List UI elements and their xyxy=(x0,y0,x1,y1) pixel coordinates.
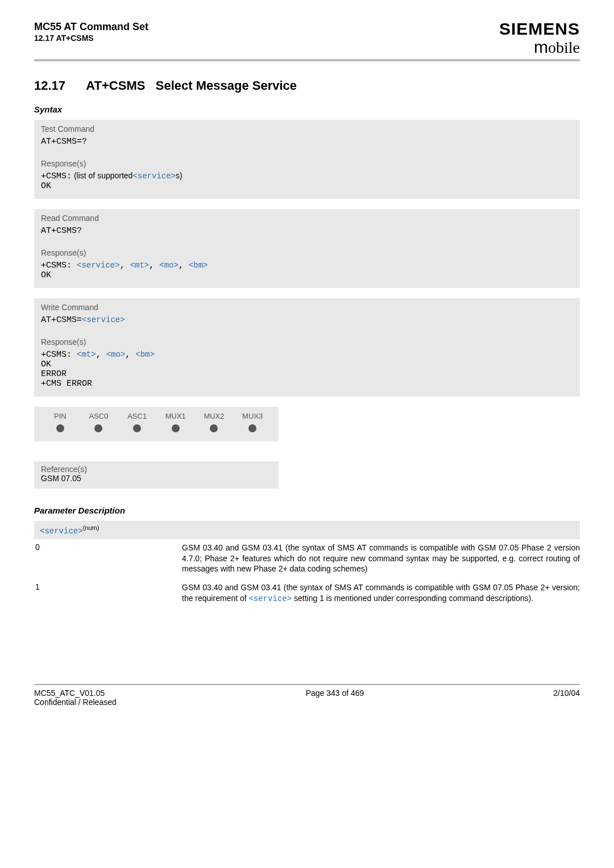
dot-icon xyxy=(56,424,64,432)
comma: , xyxy=(120,261,130,270)
param-mo-link[interactable]: <mo> xyxy=(106,350,126,359)
write-response-head: Response(s) xyxy=(34,333,580,348)
col-mux2: MUX2 xyxy=(195,411,234,424)
param-value: 1 xyxy=(34,582,182,604)
page-header: MC55 AT Command Set 12.17 AT+CSMS SIEMEN… xyxy=(34,20,580,61)
param-mt-link[interactable]: <mt> xyxy=(130,261,150,270)
error-line: ERROR xyxy=(41,369,573,379)
test-cmd: AT+CSMS=? xyxy=(41,137,87,147)
footer-confidentiality: Confidential / Released xyxy=(34,698,117,707)
header-left: MC55 AT Command Set 12.17 AT+CSMS xyxy=(34,20,148,43)
channel-header-row: PIN ASC0 ASC1 MUX1 MUX2 MUX3 xyxy=(41,411,272,424)
read-command-block: AT+CSMS? xyxy=(34,224,580,244)
ok-line: OK xyxy=(41,270,573,280)
resp-prefix: +CSMS: xyxy=(41,261,77,270)
dot-icon xyxy=(94,424,102,432)
comma: , xyxy=(125,350,135,360)
test-response-block: +CSMS: (list of supported<service>s) OK xyxy=(34,169,580,199)
footer-doc-id: MC55_ATC_V01.05 xyxy=(34,688,117,698)
resp-prefix: +CSMS: xyxy=(41,350,77,360)
write-response-block: +CSMS: <mt>, <mo>, <bm> OK ERROR +CMS ER… xyxy=(34,348,580,397)
comma: , xyxy=(149,261,159,270)
section-title: 12.17 AT+CSMS Select Message Service xyxy=(34,78,580,93)
param-value: 0 xyxy=(34,542,182,575)
brand-siemens: SIEMENS xyxy=(499,20,580,37)
comma: , xyxy=(96,350,106,360)
param-service-link[interactable]: <service> xyxy=(132,172,176,181)
param-service-box: <service>(num) xyxy=(34,521,580,539)
brand-mobile-m: m xyxy=(534,37,548,56)
write-command-head: Write Command xyxy=(34,298,580,313)
channel-support-table: PIN ASC0 ASC1 MUX1 MUX2 MUX3 xyxy=(34,407,279,441)
read-response-head: Response(s) xyxy=(34,244,580,258)
col-pin: PIN xyxy=(41,411,80,424)
param-service-link[interactable]: <service> xyxy=(82,315,125,324)
parameter-description-heading: Parameter Description xyxy=(34,506,580,515)
comma: , xyxy=(179,261,189,270)
ok-line: OK xyxy=(41,360,573,369)
col-asc1: ASC1 xyxy=(118,411,156,424)
section-desc: Select Message Service xyxy=(156,78,297,93)
test-response-head: Response(s) xyxy=(34,155,580,169)
param-mo-link[interactable]: <mo> xyxy=(159,261,179,270)
dot-icon xyxy=(248,424,256,432)
footer-page: Page 343 of 469 xyxy=(306,688,364,707)
dot-icon xyxy=(133,424,141,432)
resp-text-b: s) xyxy=(176,171,182,180)
footer-left: MC55_ATC_V01.05 Confidential / Released xyxy=(34,688,117,707)
param-row-0: 0 GSM 03.40 and GSM 03.41 (the syntax of… xyxy=(34,542,580,575)
ok-line: OK xyxy=(41,181,573,191)
cms-error-line: +CMS ERROR xyxy=(41,379,573,389)
section-number: 12.17 xyxy=(34,78,83,93)
header-section-ref: 12.17 AT+CSMS xyxy=(34,34,148,44)
test-command-block: AT+CSMS=? xyxy=(34,135,580,155)
dot-icon xyxy=(172,424,180,432)
param-service-link[interactable]: <service> xyxy=(249,594,292,603)
reference-label: Reference(s) xyxy=(41,465,272,474)
section-cmd: AT+CSMS xyxy=(86,78,145,93)
read-cmd: AT+CSMS? xyxy=(41,226,82,236)
write-response-line: +CSMS: <mt>, <mo>, <bm> xyxy=(41,349,573,360)
brand-block: SIEMENS mobile xyxy=(499,20,580,56)
resp-prefix: +CSMS: xyxy=(41,172,72,181)
param-service-num: (num) xyxy=(83,524,99,531)
col-asc0: ASC0 xyxy=(80,411,118,424)
param-service-name[interactable]: <service> xyxy=(40,527,83,536)
read-command-head: Read Command xyxy=(34,209,580,224)
syntax-heading: Syntax xyxy=(34,105,580,114)
footer-date: 2/10/04 xyxy=(553,688,580,707)
write-command-block: AT+CSMS=<service> xyxy=(34,313,580,333)
doc-title: MC55 AT Command Set xyxy=(34,20,148,34)
brand-mobile-rest: obile xyxy=(548,39,580,56)
param-bm-link[interactable]: <bm> xyxy=(135,350,155,359)
param-bm-link[interactable]: <bm> xyxy=(189,261,208,270)
brand-mobile: mobile xyxy=(499,39,580,56)
channel-dot-row xyxy=(41,424,272,435)
dot-icon xyxy=(210,424,218,432)
test-response-line: +CSMS: (list of supported<service>s) xyxy=(41,171,573,181)
param-row-1: 1 GSM 03.40 and GSM 03.41 (the syntax of… xyxy=(34,582,580,604)
resp-text-a: (list of supported xyxy=(74,171,133,180)
param-description: GSM 03.40 and GSM 03.41 (the syntax of S… xyxy=(182,542,580,575)
param-description: GSM 03.40 and GSM 03.41 (the syntax of S… xyxy=(182,582,580,604)
reference-box: Reference(s) GSM 07.05 xyxy=(34,461,279,489)
reference-value: GSM 07.05 xyxy=(41,474,272,483)
col-mux3: MUX3 xyxy=(233,411,272,424)
param-desc-b: setting 1 is mentioned under correspondi… xyxy=(292,594,533,603)
write-cmd-prefix: AT+CSMS= xyxy=(41,315,82,325)
read-response-line: +CSMS: <service>, <mt>, <mo>, <bm> xyxy=(41,260,573,270)
col-mux1: MUX1 xyxy=(156,411,195,424)
test-command-head: Test Command xyxy=(34,120,580,135)
page-footer: MC55_ATC_V01.05 Confidential / Released … xyxy=(34,684,580,707)
param-service-link[interactable]: <service> xyxy=(77,261,120,270)
param-mt-link[interactable]: <mt> xyxy=(77,350,96,359)
read-response-block: +CSMS: <service>, <mt>, <mo>, <bm> OK xyxy=(34,258,580,288)
